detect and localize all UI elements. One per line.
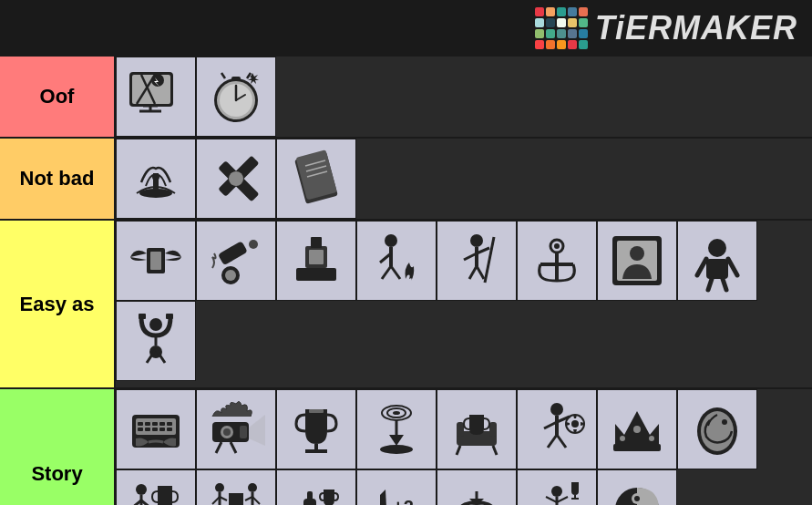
list-item[interactable] [196, 139, 276, 219]
list-item[interactable] [517, 221, 597, 301]
logo-grid-icon [535, 7, 588, 49]
svg-line-59 [697, 259, 706, 275]
list-item[interactable] [116, 389, 196, 469]
svg-line-49 [485, 237, 494, 283]
svg-point-101 [550, 403, 563, 416]
tier-items-oof [116, 57, 812, 137]
list-item[interactable] [196, 57, 276, 137]
svg-rect-80 [159, 428, 165, 431]
svg-rect-97 [457, 422, 464, 437]
list-item[interactable] [437, 221, 517, 301]
svg-point-63 [149, 318, 162, 331]
tier-row-oof: Oof [0, 57, 812, 139]
svg-line-99 [457, 446, 460, 455]
list-item[interactable] [116, 139, 196, 219]
header: TiERMAKER [0, 0, 812, 57]
svg-point-93 [393, 411, 400, 415]
svg-point-57 [708, 239, 726, 257]
logo-area: TiERMAKER [535, 7, 797, 49]
svg-line-45 [477, 248, 489, 253]
tier-row-easy: Easy as [0, 221, 812, 389]
svg-rect-33 [296, 268, 336, 281]
svg-text:+2: +2 [393, 497, 414, 505]
svg-rect-28 [150, 252, 161, 270]
svg-line-46 [464, 253, 477, 260]
svg-line-106 [557, 435, 566, 448]
svg-line-87 [231, 442, 236, 453]
svg-rect-76 [167, 422, 172, 426]
svg-rect-58 [706, 259, 728, 279]
list-item[interactable] [597, 389, 677, 469]
svg-rect-78 [145, 428, 150, 431]
list-item[interactable] [597, 221, 677, 301]
list-item[interactable] [116, 301, 196, 381]
svg-point-108 [571, 420, 579, 428]
list-item[interactable] [276, 389, 356, 469]
svg-line-100 [493, 446, 497, 455]
list-item[interactable] [677, 389, 757, 469]
list-item[interactable] [116, 57, 196, 137]
list-item[interactable] [116, 221, 196, 301]
svg-rect-81 [167, 428, 172, 431]
svg-point-84 [223, 428, 231, 436]
svg-line-14 [221, 73, 225, 78]
svg-rect-73 [145, 422, 150, 426]
svg-line-48 [477, 266, 484, 279]
svg-point-112 [649, 436, 654, 441]
svg-point-124 [215, 483, 224, 492]
tier-label-oof: Oof [0, 57, 116, 137]
tier-label-story: Story [0, 389, 116, 505]
svg-point-115 [722, 419, 727, 425]
svg-point-51 [554, 243, 560, 249]
svg-rect-139 [307, 491, 313, 500]
tier-label-easy: Easy as [0, 221, 116, 387]
list-item[interactable]: +2 = [356, 469, 437, 505]
svg-rect-31 [218, 241, 248, 265]
svg-rect-72 [138, 422, 143, 426]
svg-line-158 [546, 497, 557, 502]
svg-rect-79 [152, 428, 158, 431]
tier-row-story: Story [0, 389, 812, 505]
svg-point-38 [385, 234, 397, 247]
list-item[interactable] [437, 389, 517, 469]
tier-items-story: +2 = [116, 389, 812, 505]
list-item[interactable] [517, 389, 597, 469]
svg-rect-98 [489, 422, 497, 437]
list-item[interactable] [356, 221, 437, 301]
list-item[interactable] [276, 469, 356, 505]
list-item[interactable] [677, 221, 757, 301]
list-item[interactable] [356, 389, 437, 469]
svg-point-95 [380, 445, 413, 454]
svg-line-47 [469, 266, 477, 279]
tier-items-easy [116, 221, 812, 387]
list-item[interactable] [196, 221, 276, 301]
svg-line-42 [391, 266, 400, 279]
list-item[interactable] [276, 139, 356, 219]
svg-rect-35 [309, 250, 324, 264]
svg-line-60 [728, 259, 737, 275]
svg-rect-64 [139, 314, 146, 319]
list-item[interactable] [196, 389, 276, 469]
list-item[interactable] [116, 469, 196, 505]
svg-point-110 [633, 426, 641, 433]
svg-point-18 [152, 173, 159, 180]
svg-point-30 [225, 270, 236, 281]
svg-rect-85 [240, 426, 247, 438]
svg-point-21 [229, 171, 243, 186]
svg-point-156 [551, 486, 562, 497]
svg-rect-77 [138, 428, 143, 431]
svg-point-167 [634, 496, 640, 501]
tier-label-notbad: Not bad [0, 139, 116, 219]
svg-line-104 [544, 422, 557, 428]
list-item[interactable] [196, 469, 276, 505]
svg-point-116 [136, 484, 147, 495]
list-item[interactable] [437, 469, 517, 505]
main-container: TiERMAKER Oof [0, 0, 812, 505]
svg-line-15 [247, 73, 251, 78]
list-item[interactable] [276, 221, 356, 301]
svg-line-159 [557, 497, 568, 502]
list-item[interactable] [597, 469, 677, 505]
list-item[interactable] [517, 469, 597, 505]
svg-line-41 [382, 266, 391, 279]
svg-point-32 [249, 240, 258, 249]
